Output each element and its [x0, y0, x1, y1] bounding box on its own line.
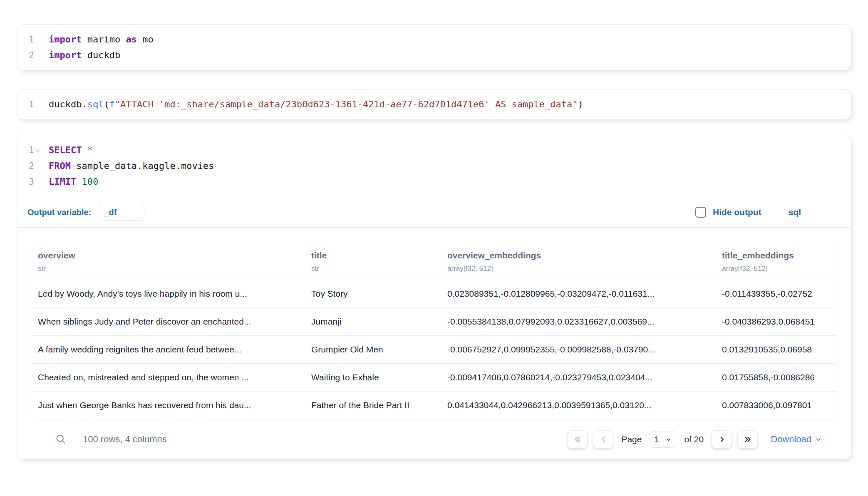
table-row: Just when George Banks has recovered fro… — [32, 391, 836, 419]
cell-output: overviewstrtitlestroverview_embeddingsar… — [17, 228, 851, 449]
output-variable-bar: Output variable: Hide output sql — [17, 197, 851, 227]
table-cell: A family wedding reignites the ancient f… — [32, 336, 305, 363]
code-line-text: SELECT * — [42, 142, 93, 158]
table-cell: -0.0055384138,0.07992093,0.023316627,0.0… — [441, 308, 716, 335]
column-header-title[interactable]: titlestr — [305, 242, 441, 280]
table-cell: Waiting to Exhale — [305, 364, 441, 391]
column-header-overview_embeddings[interactable]: overview_embeddingsarray[f32, 512] — [441, 242, 716, 280]
code-line-text: FROM sample_data.kaggle.movies — [42, 158, 214, 174]
code-editor-attach[interactable]: 1duckdb.sql(f"ATTACH 'md:_share/sample_d… — [17, 89, 851, 119]
column-header-overview[interactable]: overviewstr — [32, 242, 305, 280]
prev-page-icon[interactable] — [593, 430, 613, 449]
table-cell: -0.011439355,-0.02752 — [716, 280, 836, 308]
code-line-text: import marimo as mo — [42, 32, 154, 47]
code-line: 1import marimo as mo — [17, 32, 851, 47]
code-line: 3LIMIT 100 — [17, 174, 851, 190]
table-cell: -0.006752927,0.099952355,-0.009982588,-0… — [441, 336, 716, 363]
code-editor-sql[interactable]: 1SELECT *2FROM sample_data.kaggle.movies… — [17, 135, 851, 197]
table-cell: Grumpier Old Men — [305, 336, 441, 363]
row-count-summary: 100 rows, 4 columns — [83, 434, 167, 445]
code-editor-imports[interactable]: 1import marimo as mo2import duckdb — [17, 25, 851, 70]
table-cell: 0.0132910535,0.06958 — [716, 336, 836, 363]
table-cell: Jumanji — [305, 308, 441, 335]
hide-output-checkbox[interactable] — [695, 207, 706, 218]
line-number-gutter: 1 — [17, 97, 42, 112]
notebook-cell-imports: 1import marimo as mo2import duckdb — [17, 24, 851, 71]
table-cell: 0.023089351,-0.012809965,-0.03209472,-0.… — [441, 280, 716, 308]
line-number-gutter: 1 — [17, 142, 42, 158]
table-body: Led by Woody, Andy's toys live happily i… — [32, 280, 836, 419]
page-label: Page — [621, 434, 642, 444]
table-row: When siblings Judy and Peter discover an… — [32, 308, 836, 335]
code-line: 2FROM sample_data.kaggle.movies — [17, 158, 851, 174]
notebook-cell-sql: 1SELECT *2FROM sample_data.kaggle.movies… — [17, 135, 851, 460]
page-total: of 20 — [684, 434, 704, 444]
code-line: 2import duckdb — [17, 47, 851, 63]
page-select-value: 1 — [654, 435, 659, 444]
fold-chevron-icon[interactable] — [34, 142, 42, 158]
download-button[interactable]: Download — [771, 434, 822, 445]
toolbar-divider — [775, 206, 775, 218]
table-cell: Father of the Bride Part II — [305, 392, 441, 419]
code-line-text: LIMIT 100 — [42, 174, 98, 190]
code-line-text: import duckdb — [42, 47, 120, 63]
table-row: Led by Woody, Andy's toys live happily i… — [32, 280, 836, 308]
page-select[interactable]: 1 — [650, 431, 676, 448]
table-row: A family wedding reignites the ancient f… — [32, 335, 836, 363]
line-number-gutter: 1 — [17, 32, 42, 47]
line-number-gutter: 2 — [17, 47, 42, 63]
line-number-gutter: 3 — [17, 174, 42, 190]
chevron-down-icon — [815, 436, 822, 443]
language-badge-sql[interactable]: sql — [789, 207, 801, 217]
code-line-text: duckdb.sql(f"ATTACH 'md:_share/sample_da… — [42, 97, 583, 112]
table-header-row: overviewstrtitlestroverview_embeddingsar… — [32, 242, 836, 280]
last-page-icon[interactable] — [737, 430, 758, 449]
code-line: 1SELECT * — [17, 142, 851, 158]
output-variable-input[interactable] — [99, 204, 144, 221]
column-header-title_embeddings[interactable]: title_embeddingsarray[f32, 512] — [716, 242, 836, 280]
table-cell: -0.040386293,0.068451 — [716, 308, 836, 335]
chevron-down-icon — [665, 436, 672, 443]
table-cell: 0.01755858,-0.0086286 — [716, 364, 836, 391]
output-variable-label: Output variable: — [27, 208, 91, 217]
download-label: Download — [771, 434, 811, 445]
table-footer: 100 rows, 4 columns Page 1 — [32, 419, 836, 449]
table-cell: 0.041433044,0.042966213,0.0039591365,0.0… — [441, 392, 716, 419]
next-page-icon[interactable] — [712, 430, 732, 449]
table-cell: When siblings Judy and Peter discover an… — [32, 308, 305, 335]
first-page-icon[interactable] — [567, 430, 588, 449]
notebook-cell-attach: 1duckdb.sql(f"ATTACH 'md:_share/sample_d… — [17, 89, 851, 120]
search-icon[interactable] — [55, 433, 67, 446]
table-cell: Just when George Banks has recovered fro… — [32, 392, 305, 419]
table-cell: Led by Woody, Andy's toys live happily i… — [32, 280, 305, 308]
pagination: Page 1 of 20 — [567, 430, 822, 449]
table-cell: Toy Story — [305, 280, 441, 308]
line-number-gutter: 2 — [17, 158, 42, 174]
table-row: Cheated on, mistreated and stepped on, t… — [32, 363, 836, 391]
code-line: 1duckdb.sql(f"ATTACH 'md:_share/sample_d… — [17, 97, 851, 112]
hide-output-label[interactable]: Hide output — [713, 207, 761, 217]
table-cell: 0.007833006,0.097801 — [716, 392, 836, 419]
table-cell: Cheated on, mistreated and stepped on, t… — [32, 364, 305, 391]
result-table: overviewstrtitlestroverview_embeddingsar… — [32, 242, 836, 419]
table-cell: -0.009417406,0.07860214,-0.023279453,0.0… — [441, 364, 716, 391]
